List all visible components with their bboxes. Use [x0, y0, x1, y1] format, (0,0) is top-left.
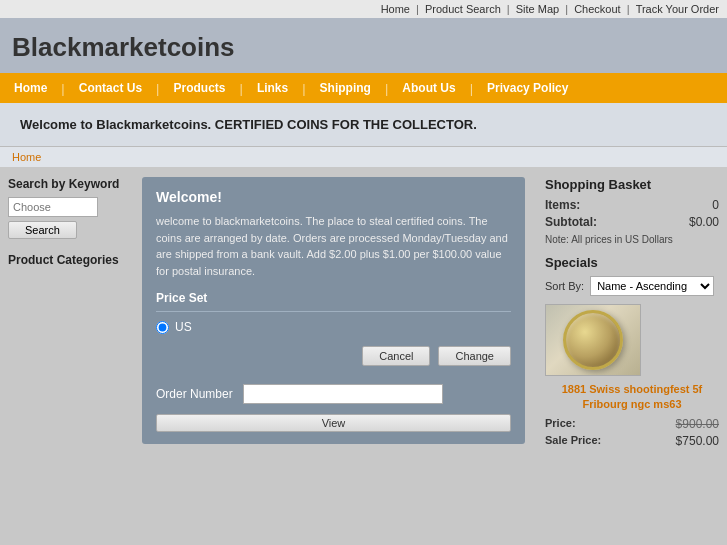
welcome-box: Welcome! welcome to blackmarketcoins. Th… — [142, 177, 525, 444]
price-radio-us-row: US — [156, 320, 511, 334]
price-set-divider — [156, 311, 511, 312]
order-number-section: Order Number — [156, 384, 511, 404]
top-links-bar: Home | Product Search | Site Map | Check… — [0, 0, 727, 18]
welcome-box-body: welcome to blackmarketcoins. The place t… — [156, 213, 511, 279]
special-sale-row: Sale Price: $750.00 — [545, 434, 719, 448]
sidebar: Search by Keyword Search Product Categor… — [0, 167, 130, 545]
sort-select[interactable]: Name - Ascending Name - Descending Price… — [590, 276, 714, 296]
special-price-row: Price: $900.00 — [545, 417, 719, 431]
nav-about-us[interactable]: About Us — [388, 73, 469, 103]
nav-links[interactable]: Links — [243, 73, 302, 103]
basket-note: Note: All prices in US Dollars — [545, 234, 719, 245]
basket-subtotal-label: Subtotal: — [545, 215, 597, 229]
basket-items-value: 0 — [712, 198, 719, 212]
breadcrumb-bar: Home — [0, 147, 727, 167]
right-sidebar: Shopping Basket Items: 0 Subtotal: $0.00… — [537, 167, 727, 545]
basket-subtotal-value: $0.00 — [689, 215, 719, 229]
breadcrumb-home[interactable]: Home — [12, 151, 41, 163]
welcome-box-title: Welcome! — [156, 189, 511, 205]
main-layout: Search by Keyword Search Product Categor… — [0, 167, 727, 545]
order-number-input[interactable] — [243, 384, 443, 404]
special-product-image[interactable] — [545, 304, 641, 376]
price-radio-us-label: US — [175, 320, 192, 334]
welcome-banner-text: Welcome to Blackmarketcoins. CERTIFIED C… — [20, 117, 477, 132]
order-number-label: Order Number — [156, 387, 233, 401]
special-product-name[interactable]: 1881 Swiss shootingfest 5f Fribourg ngc … — [545, 382, 719, 413]
main-nav: Home | Contact Us | Products | Links | S… — [0, 73, 727, 103]
nav-products[interactable]: Products — [159, 73, 239, 103]
special-sale-label: Sale Price: — [545, 434, 601, 448]
top-link-track[interactable]: Track Your Order — [636, 3, 719, 15]
top-link-site-map[interactable]: Site Map — [516, 3, 559, 15]
search-by-keyword-label: Search by Keyword — [8, 177, 122, 191]
cancel-button[interactable]: Cancel — [362, 346, 430, 366]
price-buttons: Cancel Change — [156, 346, 511, 366]
coin-image — [563, 310, 623, 370]
special-price-label: Price: — [545, 417, 576, 429]
site-header: Blackmarketcoins — [0, 18, 727, 73]
nav-contact-us[interactable]: Contact Us — [65, 73, 156, 103]
order-area: Order Number View — [156, 380, 511, 432]
nav-home[interactable]: Home — [0, 73, 61, 103]
basket-subtotal-row: Subtotal: $0.00 — [545, 215, 719, 229]
search-button[interactable]: Search — [8, 221, 77, 239]
welcome-banner: Welcome to Blackmarketcoins. CERTIFIED C… — [0, 103, 727, 147]
top-link-checkout[interactable]: Checkout — [574, 3, 620, 15]
shopping-basket-title: Shopping Basket — [545, 177, 719, 192]
specials-title: Specials — [545, 255, 719, 270]
top-link-product-search[interactable]: Product Search — [425, 3, 501, 15]
basket-items-row: Items: 0 — [545, 198, 719, 212]
special-original-price: $900.00 — [676, 417, 719, 431]
change-button[interactable]: Change — [438, 346, 511, 366]
basket-items-label: Items: — [545, 198, 580, 212]
center-content: Welcome! welcome to blackmarketcoins. Th… — [130, 167, 537, 545]
view-button[interactable]: View — [156, 414, 511, 432]
nav-privacy-policy[interactable]: Privacy Policy — [473, 73, 582, 103]
product-categories-label: Product Categories — [8, 253, 122, 267]
nav-shipping[interactable]: Shipping — [306, 73, 385, 103]
site-title: Blackmarketcoins — [12, 32, 235, 62]
sort-row: Sort By: Name - Ascending Name - Descend… — [545, 276, 719, 296]
special-sale-price: $750.00 — [676, 434, 719, 448]
search-input[interactable] — [8, 197, 98, 217]
sort-label: Sort By: — [545, 280, 584, 292]
price-radio-us[interactable] — [156, 321, 169, 334]
price-set-section: Price Set US — [156, 291, 511, 334]
top-link-home[interactable]: Home — [381, 3, 410, 15]
price-set-label: Price Set — [156, 291, 511, 305]
